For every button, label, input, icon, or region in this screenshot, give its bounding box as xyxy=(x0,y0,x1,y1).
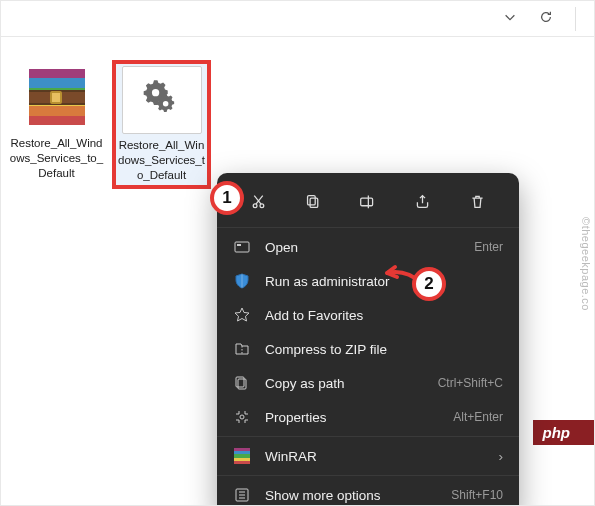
menu-item-winrar[interactable]: WinRAR › xyxy=(217,439,519,473)
zip-icon xyxy=(233,340,251,358)
svg-point-11 xyxy=(240,415,244,419)
shield-icon xyxy=(233,272,251,290)
toolbar-divider xyxy=(575,7,576,31)
menu-accelerator: Shift+F10 xyxy=(451,488,503,502)
svg-point-3 xyxy=(260,203,264,207)
properties-icon xyxy=(233,408,251,426)
share-button[interactable] xyxy=(408,187,438,215)
svg-point-1 xyxy=(162,101,168,107)
menu-label: Compress to ZIP file xyxy=(265,342,503,357)
menu-label: Open xyxy=(265,240,460,255)
svg-rect-5 xyxy=(307,195,315,204)
svg-point-2 xyxy=(253,203,257,207)
explorer-toolbar xyxy=(1,1,594,37)
svg-rect-7 xyxy=(235,242,249,252)
annotation-callout-1: 1 xyxy=(210,181,244,215)
context-menu: Open Enter Run as administrator Add to F… xyxy=(217,173,519,506)
winrar-archive-icon xyxy=(22,62,92,132)
file-item-batch-selected[interactable]: Restore_All_Windows_Services_to_Default xyxy=(114,62,209,187)
delete-button[interactable] xyxy=(463,187,493,215)
menu-separator xyxy=(217,227,519,228)
menu-label: Properties xyxy=(265,410,439,425)
menu-item-copy-as-path[interactable]: Copy as path Ctrl+Shift+C xyxy=(217,366,519,400)
menu-label: Show more options xyxy=(265,488,437,503)
more-options-icon xyxy=(233,486,251,504)
chevron-right-icon: › xyxy=(499,449,504,464)
refresh-icon[interactable] xyxy=(539,10,553,27)
menu-label: Copy as path xyxy=(265,376,424,391)
php-badge: php xyxy=(533,420,595,445)
rename-button[interactable] xyxy=(353,187,383,215)
cut-button[interactable] xyxy=(243,187,273,215)
menu-accelerator: Ctrl+Shift+C xyxy=(438,376,503,390)
menu-item-run-as-administrator[interactable]: Run as administrator xyxy=(217,264,519,298)
menu-accelerator: Alt+Enter xyxy=(453,410,503,424)
svg-rect-6 xyxy=(361,198,373,206)
menu-label: WinRAR xyxy=(265,449,485,464)
menu-accelerator: Enter xyxy=(474,240,503,254)
winrar-icon xyxy=(233,447,251,465)
watermark-text: ©thegeekpage.co xyxy=(580,217,592,311)
copy-button[interactable] xyxy=(298,187,328,215)
svg-rect-8 xyxy=(237,244,241,246)
chevron-down-icon[interactable] xyxy=(503,10,517,27)
batch-file-icon xyxy=(122,66,202,134)
file-item-archive[interactable]: Restore_All_Windows_Services_to_Default xyxy=(9,62,104,187)
menu-item-properties[interactable]: Properties Alt+Enter xyxy=(217,400,519,434)
star-icon xyxy=(233,306,251,324)
copy-path-icon xyxy=(233,374,251,392)
menu-separator xyxy=(217,475,519,476)
menu-item-add-to-favorites[interactable]: Add to Favorites xyxy=(217,298,519,332)
menu-item-compress-to-zip[interactable]: Compress to ZIP file xyxy=(217,332,519,366)
menu-item-open[interactable]: Open Enter xyxy=(217,230,519,264)
file-label: Restore_All_Windows_Services_to_Default xyxy=(118,138,205,183)
menu-item-show-more-options[interactable]: Show more options Shift+F10 xyxy=(217,478,519,506)
context-menu-top-actions xyxy=(217,179,519,225)
open-icon xyxy=(233,238,251,256)
svg-point-0 xyxy=(151,89,158,96)
menu-separator xyxy=(217,436,519,437)
annotation-callout-2: 2 xyxy=(412,267,446,301)
svg-rect-4 xyxy=(310,198,318,207)
file-label: Restore_All_Windows_Services_to_Default xyxy=(9,136,104,181)
menu-label: Add to Favorites xyxy=(265,308,503,323)
